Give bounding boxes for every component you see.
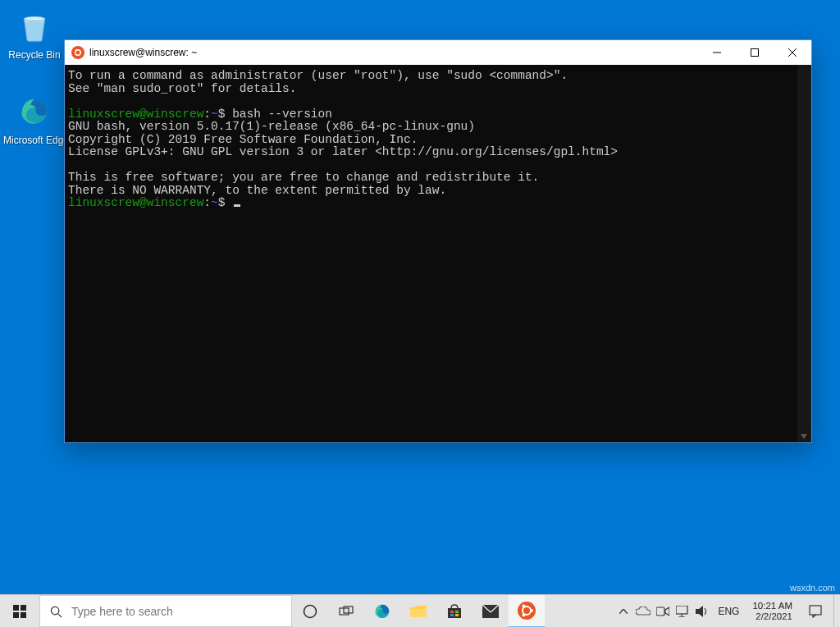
tray-network-icon[interactable] <box>675 604 690 619</box>
search-icon <box>40 604 71 618</box>
svg-point-29 <box>530 609 533 612</box>
svg-rect-22 <box>450 611 454 613</box>
cursor <box>234 204 240 207</box>
task-view-icon[interactable] <box>328 595 364 628</box>
close-button[interactable] <box>774 40 811 65</box>
scrollbar[interactable] <box>797 65 811 442</box>
desktop-icon-label: Microsoft Edge <box>3 135 66 146</box>
recycle-bin-icon <box>15 7 54 46</box>
svg-line-15 <box>57 614 61 617</box>
tray-date: 2/2/2021 <box>752 611 792 622</box>
desktop-icon-label: Recycle Bin <box>3 49 66 61</box>
taskbar-mail-icon[interactable] <box>472 595 509 628</box>
svg-rect-12 <box>13 612 19 618</box>
window-title: linuxscrew@winscrew: ~ <box>89 47 197 58</box>
svg-point-31 <box>523 613 526 616</box>
maximize-button[interactable] <box>736 40 774 65</box>
edge-icon <box>15 92 54 131</box>
task-icons <box>292 595 545 627</box>
minimize-button[interactable] <box>698 40 736 65</box>
svg-rect-13 <box>21 612 26 618</box>
svg-point-30 <box>523 604 526 607</box>
tray-chevron-up-icon[interactable] <box>616 604 631 619</box>
svg-rect-24 <box>450 614 454 616</box>
search-placeholder: Type here to search <box>71 605 173 618</box>
svg-point-5 <box>75 54 77 56</box>
svg-rect-7 <box>751 49 759 57</box>
tray-language[interactable]: ENG <box>714 606 742 617</box>
svg-rect-33 <box>676 606 687 614</box>
desktop-icon-edge[interactable]: Microsoft Edge <box>3 92 66 146</box>
svg-point-14 <box>51 606 58 614</box>
titlebar[interactable]: linuxscrew@winscrew: ~ <box>65 40 811 65</box>
taskbar-explorer-icon[interactable] <box>400 595 436 628</box>
svg-rect-11 <box>21 605 26 611</box>
terminal-body[interactable]: To run a command as administrator (user … <box>65 65 811 442</box>
tray-volume-icon[interactable] <box>695 604 710 619</box>
svg-point-16 <box>304 605 317 617</box>
svg-point-4 <box>75 49 77 51</box>
svg-rect-20 <box>410 609 427 617</box>
svg-rect-25 <box>455 614 459 616</box>
ubuntu-icon <box>71 46 84 59</box>
taskbar-ubuntu-icon[interactable] <box>509 595 545 628</box>
terminal-text: To run a command as administrator (user … <box>65 65 797 442</box>
svg-rect-23 <box>455 611 459 613</box>
system-tray: ENG 10:21 AM 2/2/2021 <box>609 595 840 627</box>
start-button[interactable] <box>0 595 39 627</box>
taskbar-edge-icon[interactable] <box>364 595 400 628</box>
tray-clock[interactable]: 10:21 AM 2/2/2021 <box>747 601 797 622</box>
svg-rect-21 <box>448 608 461 618</box>
svg-rect-36 <box>810 606 821 615</box>
svg-rect-10 <box>13 605 19 611</box>
svg-rect-32 <box>656 607 664 616</box>
tray-time: 10:21 AM <box>752 601 792 611</box>
show-desktop-button[interactable] <box>833 595 838 628</box>
tray-notifications-icon[interactable] <box>802 605 829 618</box>
taskbar-store-icon[interactable] <box>436 595 472 628</box>
search-box[interactable]: Type here to search <box>39 595 292 627</box>
watermark: wsxdn.com <box>790 583 835 593</box>
tray-meet-now-icon[interactable] <box>655 604 670 619</box>
svg-point-0 <box>24 16 45 21</box>
terminal-window: linuxscrew@winscrew: ~ To run a command … <box>64 39 812 443</box>
svg-point-3 <box>80 52 81 53</box>
desktop-icon-recycle-bin[interactable]: Recycle Bin <box>3 7 66 61</box>
cortana-icon[interactable] <box>292 595 328 628</box>
tray-onedrive-icon[interactable] <box>636 604 651 619</box>
taskbar: Type here to search ENG 10:21 AM 2/2/202… <box>0 594 840 627</box>
